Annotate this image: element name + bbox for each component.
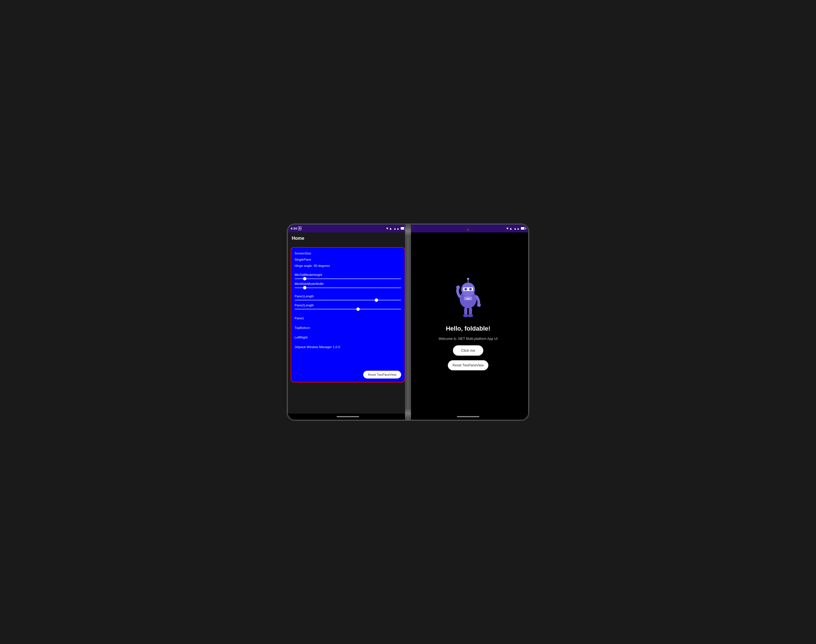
battery-icon [401,227,405,230]
status-time-area: 4:34 A [291,227,302,230]
camera-dot [467,228,469,231]
left-content-area: ScreenSize SinglePane Hinge angle: 90 de… [288,244,408,414]
right-wifi-icon: ▼▲ [506,227,512,230]
top-bottom-label: TopBottom [294,325,401,330]
svg-point-14 [468,314,473,317]
min-tall-track[interactable] [294,278,401,279]
min-tall-thumb[interactable] [303,277,307,281]
app-bar: Home [288,232,408,244]
min-wide-track[interactable] [294,287,401,288]
hinge-bottom-connector [405,409,411,417]
pane2-thumb[interactable] [356,307,360,311]
pane1-track[interactable] [294,300,401,301]
device-hinge [405,224,411,420]
pane1-thumb[interactable] [375,299,378,302]
svg-text:.NET: .NET [466,298,470,300]
pane1-label: Pane1 [294,316,401,320]
min-tall-label: MinTallModeHeight [294,273,401,276]
hinge-top-connector [405,227,411,235]
left-panel: ScreenSize SinglePane Hinge angle: 90 de… [291,247,405,382]
svg-rect-12 [469,307,472,315]
pane2-length-label: Pane2Length [294,304,401,307]
reset-two-pane-button-right[interactable]: Reset TwoPaneView [448,360,488,370]
svg-point-3 [467,278,469,280]
right-status-bar: ▼▲ ▲▲ [408,225,528,232]
pane2-track[interactable] [294,308,401,310]
min-wide-thumb[interactable] [303,286,307,290]
hello-foldable-text: Hello, foldable! [446,325,490,332]
robot-illustration: .NET [446,275,491,320]
screen-size-label: ScreenSize [294,251,401,256]
right-status-icons: ▼▲ ▲▲ [506,227,525,230]
status-a-icon: A [298,227,302,230]
status-time: 4:34 [291,227,297,230]
min-tall-slider-container: MinTallModeHeight [294,273,401,281]
pane1-slider-container: Pane1Length [294,294,401,302]
welcome-text: Welcome to .NET Multi-platform App UI [439,337,498,341]
right-content-area: .NET Hello, foldable! [408,232,528,414]
right-signal-icon: ▲▲ [514,227,520,230]
reset-two-pane-button-left[interactable]: Reset TwoPaneView [363,371,401,379]
status-icons: ▼▲ ▲▲ [385,227,405,230]
svg-point-5 [465,288,467,290]
svg-point-13 [463,314,468,317]
svg-rect-11 [464,307,467,315]
svg-point-10 [477,303,481,307]
pane1-length-label: Pane1Length [294,294,401,298]
robot-svg: .NET [450,277,486,319]
hinge-angle-label: Hinge angle: 90 degrees [294,264,401,268]
nav-pill-left [337,416,359,417]
app-title: Home [292,236,304,241]
min-wide-slider-container: MinWideModeWidth [294,282,401,290]
right-screen: ▼▲ ▲▲ [408,224,529,420]
right-battery-icon [521,227,525,230]
click-me-button[interactable]: Click me [453,345,483,356]
signal-icon: ▲▲ [393,227,400,230]
wifi-icon: ▼▲ [385,227,392,230]
nav-pill-right [457,416,479,417]
jetpack-label: Jetpack Window Manager 1.0.0 [294,345,401,349]
left-right-label: LeftRight [294,335,401,340]
left-status-bar: 4:34 A ▼▲ ▲▲ [288,225,408,232]
svg-point-6 [469,288,472,290]
min-wide-label: MinWideModeWidth [294,282,401,285]
reset-btn-container-left: Reset TwoPaneView [294,371,401,379]
svg-point-9 [456,285,460,289]
pane2-slider-container: Pane2Length [294,304,401,311]
single-pane-label: SinglePane [294,257,401,262]
left-nav-bar [288,414,408,420]
device-frame: 4:34 A ▼▲ ▲▲ Home ScreenSize SinglePane … [287,224,529,421]
left-screen: 4:34 A ▼▲ ▲▲ Home ScreenSize SinglePane … [287,224,408,420]
right-nav-bar [408,414,528,420]
